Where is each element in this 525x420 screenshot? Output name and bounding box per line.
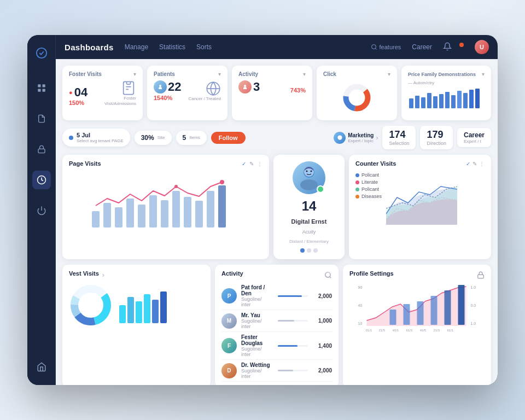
svg-text:40/5: 40/5 <box>420 329 427 331</box>
svg-point-71 <box>325 272 330 277</box>
clipboard-icon <box>121 80 136 96</box>
carousel-dots[interactable] <box>300 248 318 253</box>
stat-patients-title: Patients <box>154 71 175 77</box>
activity-item-4: D Dr. Wetting Sugoline/ inter 2,000 <box>221 360 332 382</box>
counter-edit[interactable]: ✎ <box>472 161 477 167</box>
chart-check-icon[interactable]: ✓ <box>242 161 246 167</box>
activity-bar-2 <box>278 320 294 322</box>
activity-list: P Pat ford / Den Sugoline/ inter 2,000 <box>221 282 332 382</box>
activity-bar-4 <box>278 370 293 371</box>
price-bars <box>408 88 485 109</box>
activity-search-icon[interactable] <box>324 271 332 279</box>
stat-price-title: Price Family Demonstrations <box>408 72 476 77</box>
nav-sorts[interactable]: Sorts <box>196 43 212 51</box>
activity-val-1: 2,000 <box>312 293 332 299</box>
center-card-sub: Distant / Elementary <box>289 239 329 244</box>
svg-point-20 <box>351 91 364 104</box>
legend-label-1: Policant <box>361 172 379 178</box>
user-avatar[interactable]: U <box>475 40 489 54</box>
profile-lock-icon[interactable] <box>477 271 485 279</box>
svg-rect-24 <box>427 93 431 108</box>
lock-icon[interactable] <box>32 140 51 159</box>
stat-patients-value: 22 <box>168 81 181 93</box>
stat3-sub: Expert / t <box>464 139 485 144</box>
counter-check[interactable]: ✓ <box>466 161 470 167</box>
activity-sub-2: Sugoline/ inter <box>241 318 271 329</box>
counter-more[interactable]: ⋮ <box>479 161 485 167</box>
svg-point-64 <box>79 293 103 317</box>
svg-rect-43 <box>195 201 203 228</box>
charts-center-row: Page Visits ✓ ✎ ⋮ <box>62 155 491 259</box>
stat2-label: Direction <box>427 141 446 146</box>
info-row: 5 Jul Select avg tenant PAGE 30% Site 5 … <box>62 126 491 149</box>
svg-rect-65 <box>119 305 126 323</box>
activity-val-4: 2,000 <box>312 368 332 374</box>
svg-rect-85 <box>458 285 465 325</box>
activity-item-1: P Pat ford / Den Sugoline/ inter 2,000 <box>221 282 332 310</box>
activity-avatar <box>238 80 252 94</box>
marketing-chevron[interactable]: › <box>376 134 378 142</box>
vest-chevron[interactable]: › <box>102 271 104 279</box>
chip-percent-val: 30% <box>141 134 154 142</box>
legend-dot-3 <box>355 188 359 191</box>
counter-visits-chart: Counter Visits ✓ ✎ ⋮ Policant <box>349 155 491 259</box>
dot-1[interactable] <box>300 248 305 253</box>
svg-text:10: 10 <box>358 322 363 325</box>
follow-button[interactable]: Follow <box>211 132 246 144</box>
nav-manage[interactable]: Manage <box>125 43 148 51</box>
activity-bar-1 <box>278 295 302 297</box>
document-icon[interactable] <box>32 109 51 128</box>
svg-rect-28 <box>451 95 456 108</box>
svg-text:61/1: 61/1 <box>447 329 454 331</box>
content-area: Foster Visits ▾ ● 04 150% <box>56 59 498 385</box>
stat-foster-dropdown[interactable]: ▾ <box>133 71 136 77</box>
activity-item-3: F Fester Douglas Sugoline/ inter 1,400 <box>221 332 332 360</box>
stat-foster-percent: 150% <box>69 100 88 106</box>
chip-items-val: 5 <box>183 134 186 142</box>
stat2-val: 179 <box>427 129 446 141</box>
legend-label-4: Diseases <box>361 194 382 199</box>
logo-icon[interactable] <box>32 44 51 62</box>
center-panel: 14 Digital Ernst Acuity Distant / Elemen… <box>273 155 345 259</box>
svg-rect-21 <box>409 98 413 108</box>
stat-activity-dropdown[interactable]: ▾ <box>303 71 306 77</box>
stat-patients-dropdown[interactable]: ▾ <box>218 71 221 77</box>
notification-bell[interactable] <box>443 42 452 52</box>
stat-click-dropdown[interactable]: ▾ <box>388 71 390 77</box>
info-marketing: Marketing Expert / topic › <box>334 132 378 144</box>
svg-rect-44 <box>207 191 214 228</box>
search-area[interactable]: features <box>371 44 401 50</box>
power-icon[interactable] <box>32 201 51 220</box>
home-icon[interactable] <box>32 358 51 376</box>
chart-more-icon[interactable]: ⋮ <box>257 161 262 167</box>
page-visits-chart: Page Visits ✓ ✎ ⋮ <box>62 155 269 259</box>
notification-badge <box>459 43 464 47</box>
svg-rect-66 <box>127 297 134 323</box>
stat-foster-label: FosterVisit/Admissions <box>104 96 136 106</box>
price-legend-1: — Autom/ctry <box>408 80 434 85</box>
stat-price-dropdown[interactable]: ▾ <box>482 71 485 77</box>
svg-rect-29 <box>457 91 462 108</box>
center-stat-value: 14 <box>302 199 317 214</box>
chart-edit-icon[interactable]: ✎ <box>249 161 254 167</box>
svg-rect-5 <box>38 149 45 153</box>
activity-avatar-3: F <box>221 338 237 353</box>
clock-icon[interactable] <box>32 171 51 189</box>
vest-visits-title: Vest Visits <box>69 270 99 277</box>
stat-card-foster: Foster Visits ▾ ● 04 150% <box>62 66 143 120</box>
app-title: Dashboards <box>65 43 114 52</box>
svg-rect-67 <box>136 301 142 323</box>
legend-dot-4 <box>355 195 359 199</box>
svg-text:40: 40 <box>358 304 363 307</box>
svg-text:1.0: 1.0 <box>471 322 476 325</box>
svg-rect-80 <box>390 310 396 325</box>
dot-3[interactable] <box>313 248 318 253</box>
svg-rect-82 <box>417 301 424 325</box>
nav-statistics[interactable]: Statistics <box>159 43 185 51</box>
grid-icon[interactable] <box>32 79 51 97</box>
svg-rect-38 <box>138 205 145 228</box>
dot-2[interactable] <box>307 248 311 253</box>
nav-career[interactable]: Career <box>412 43 432 51</box>
svg-point-49 <box>300 179 318 190</box>
svg-point-47 <box>174 185 178 188</box>
